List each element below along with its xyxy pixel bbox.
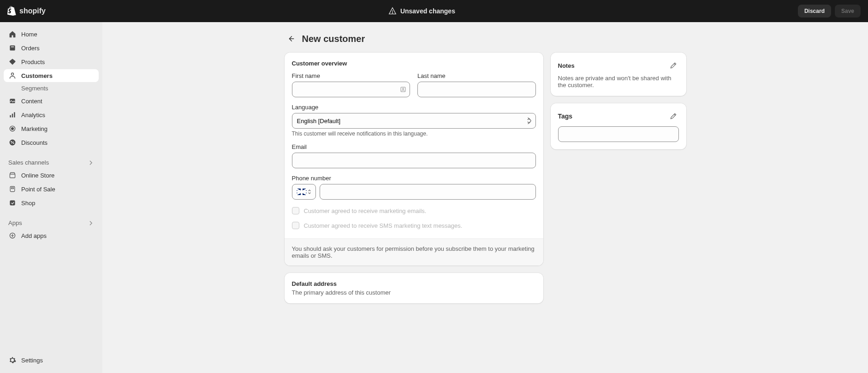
nav-label: Products [21,59,45,65]
nav-products[interactable]: Products [4,55,99,68]
svg-point-1 [392,13,392,13]
nav-label: Marketing [21,125,48,132]
tags-card: Tags [551,103,686,149]
customer-overview-card: Customer overview First name Last name [285,53,543,266]
nav-label: Content [21,98,42,105]
back-button[interactable] [285,32,297,45]
svg-rect-3 [11,47,14,47]
nav-customers[interactable]: Customers [4,69,99,82]
last-name-input[interactable] [417,82,536,97]
tags-heading: Tags [558,112,573,120]
svg-point-4 [11,73,13,75]
flag-uk-icon [297,189,307,195]
target-icon [8,124,17,133]
svg-rect-6 [10,115,11,118]
alert-icon [388,7,397,15]
address-heading: Default address [292,280,536,287]
language-label: Language [292,104,536,111]
email-input[interactable] [292,153,536,168]
analytics-icon [8,111,17,119]
shop-icon [8,199,17,207]
content-icon [8,97,17,105]
select-chevrons-icon [308,189,311,195]
nav-marketing[interactable]: Marketing [4,122,99,135]
chevron-right-icon[interactable] [88,220,94,226]
arrow-left-icon [287,35,295,43]
discount-icon [8,138,17,147]
svg-rect-15 [10,200,15,205]
nav-label: Analytics [21,112,45,118]
brand-logo[interactable]: shopify [7,6,46,16]
marketing-email-checkbox [292,207,299,214]
save-button: Save [835,5,861,18]
marketing-email-label: Customer agreed to receive marketing ema… [304,207,427,214]
sidebar: Home Orders Products Customers Segments … [0,22,102,373]
apps-header: Apps [4,217,99,229]
svg-rect-8 [14,112,15,117]
nav-label: Online Store [21,172,54,179]
nav-label: Point of Sale [21,186,55,193]
nav-analytics[interactable]: Analytics [4,108,99,121]
phone-input[interactable] [320,184,536,200]
topbar-status: Unsaved changes [46,7,798,15]
contact-card-icon [400,86,406,93]
svg-rect-12 [10,174,15,178]
gear-icon [8,356,17,364]
language-help: This customer will receive notifications… [292,130,536,137]
page-title: New customer [302,34,365,44]
svg-rect-2 [10,45,15,50]
notes-card: Notes Notes are private and won't be sha… [551,53,686,96]
tag-icon [8,58,17,66]
chevron-right-icon[interactable] [88,160,94,166]
language-select[interactable] [292,113,536,129]
pencil-icon [670,112,677,120]
nav-orders[interactable]: Orders [4,41,99,54]
nav-segments[interactable]: Segments [4,83,99,94]
discard-button[interactable]: Discard [798,5,831,18]
main-content: New customer Customer overview First nam… [102,22,868,373]
nav-label: Shop [21,200,35,207]
marketing-sms-checkbox [292,222,299,229]
first-name-input[interactable] [292,82,410,97]
edit-tags-button[interactable] [668,111,679,122]
tags-input[interactable] [558,126,679,142]
nav-add-apps[interactable]: Add apps [4,229,99,242]
home-icon [8,30,17,38]
email-label: Email [292,143,536,150]
svg-rect-13 [10,186,15,191]
last-name-label: Last name [417,72,536,79]
marketing-sms-label: Customer agreed to receive SMS marketing… [304,222,463,229]
svg-rect-14 [12,188,14,189]
nav-label: Add apps [21,232,47,239]
nav-label: Settings [21,357,43,364]
nav-label: Orders [21,45,40,52]
nav-online-store[interactable]: Online Store [4,169,99,182]
svg-rect-7 [12,114,13,118]
brand-text: shopify [19,7,46,15]
nav-label: Customers [21,72,53,79]
nav-settings[interactable]: Settings [4,354,99,367]
phone-country-select[interactable] [292,184,316,200]
notes-heading: Notes [558,62,575,69]
nav-pos[interactable]: Point of Sale [4,183,99,195]
shopify-icon [7,6,17,16]
nav-content[interactable]: Content [4,95,99,107]
person-icon [8,71,17,80]
sales-channels-header: Sales channels [4,156,99,169]
nav-shop[interactable]: Shop [4,196,99,209]
nav-home[interactable]: Home [4,28,99,41]
orders-icon [8,44,17,52]
phone-label: Phone number [292,175,536,182]
default-address-card: Default address The primary address of t… [285,273,543,303]
address-subtitle: The primary address of this customer [292,289,536,296]
plus-circle-icon [8,231,17,240]
pencil-icon [670,62,677,69]
first-name-label: First name [292,72,410,79]
svg-point-18 [403,88,404,89]
pos-icon [8,185,17,193]
nav-label: Discounts [21,139,48,146]
notes-body: Notes are private and won't be shared wi… [558,75,679,89]
nav-discounts[interactable]: Discounts [4,136,99,149]
unsaved-changes-text: Unsaved changes [400,7,455,15]
edit-notes-button[interactable] [668,60,679,71]
